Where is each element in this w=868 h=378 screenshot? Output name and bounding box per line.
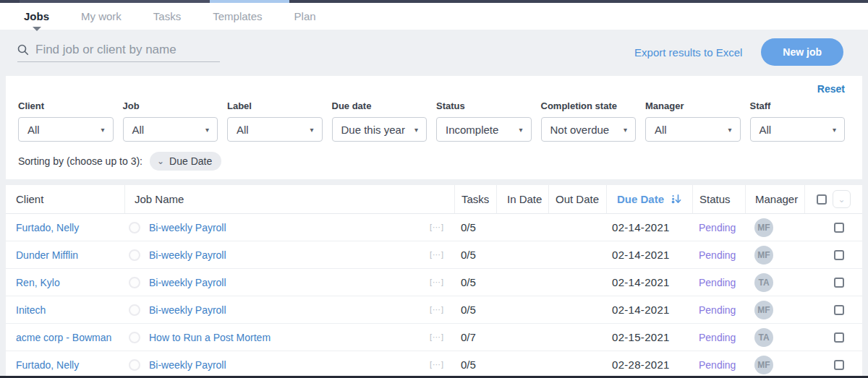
job-name-link[interactable]: Bi-weekly Payroll	[149, 359, 226, 371]
due-date: 02-15-2021	[606, 331, 692, 343]
tasks-count: 0/5	[454, 221, 496, 233]
filter-job-select[interactable]: All ▾	[123, 117, 218, 142]
filter-client: Client All ▾	[18, 100, 114, 142]
row-checkbox[interactable]	[834, 360, 844, 370]
tab-my-work[interactable]: My work	[81, 10, 122, 22]
filter-due-date-value: Due this year	[341, 124, 405, 136]
table-row: acme corp - Bowman How to Run a Post Mor…	[6, 324, 862, 351]
row-checkbox[interactable]	[834, 278, 844, 288]
client-link[interactable]: Furtado, Nelly	[16, 222, 79, 233]
column-header-status[interactable]: Status	[692, 185, 745, 213]
tab-plan[interactable]: Plan	[294, 10, 316, 22]
job-name-link[interactable]: How to Run a Post Mortem	[149, 332, 271, 343]
filter-client-label: Client	[18, 100, 114, 111]
tasks-count: 0/5	[454, 304, 496, 316]
top-strip-segment	[20, 0, 210, 3]
due-date: 02-14-2021	[606, 276, 692, 288]
filter-due-date-select[interactable]: Due this year ▾	[332, 117, 427, 142]
client-link[interactable]: Furtado, Nelly	[16, 359, 79, 371]
filter-completion-state-select[interactable]: Not overdue ▾	[541, 117, 637, 142]
manager-avatar[interactable]: TA	[754, 273, 773, 292]
row-checkbox[interactable]	[834, 332, 844, 343]
row-checkbox[interactable]	[834, 223, 844, 233]
new-job-button[interactable]: New job	[761, 38, 843, 66]
filter-job-value: All	[132, 124, 145, 136]
chevron-down-icon: ▾	[833, 126, 836, 134]
manager-avatar[interactable]: MF	[754, 218, 773, 237]
tasks-count: 0/5	[454, 249, 496, 261]
active-tab-notch	[33, 27, 41, 31]
job-status-circle[interactable]	[129, 332, 140, 343]
filter-client-select[interactable]: All ▾	[18, 117, 114, 142]
status-badge: Pending	[692, 359, 745, 371]
sorting-row: Sorting by (choose up to 3): ⌄ Due Date	[18, 152, 845, 171]
export-to-excel-link[interactable]: Export results to Excel	[634, 46, 742, 59]
client-link[interactable]: acme corp - Bowman	[16, 332, 111, 343]
job-status-circle[interactable]	[129, 222, 140, 233]
column-header-select: ⌄	[804, 185, 862, 213]
job-name-link[interactable]: Bi-weekly Payroll	[149, 304, 226, 316]
column-header-job-name[interactable]: Job Name	[124, 185, 454, 213]
column-header-tasks[interactable]: Tasks	[454, 185, 496, 213]
chevron-down-icon: ⌄	[838, 194, 845, 205]
comments-icon[interactable]: [⋯]	[430, 332, 444, 342]
client-link[interactable]: Dunder Mifflin	[16, 249, 78, 261]
client-link[interactable]: Ren, Kylo	[16, 277, 60, 288]
comments-icon[interactable]: [⋯]	[430, 223, 444, 232]
search-field-wrapper	[17, 43, 220, 62]
job-status-circle[interactable]	[129, 359, 140, 371]
manager-avatar[interactable]: TA	[754, 328, 773, 347]
filter-status-select[interactable]: Incomplete ▾	[436, 117, 532, 142]
filter-completion-state-value: Not overdue	[550, 124, 610, 136]
job-name-link[interactable]: Bi-weekly Payroll	[149, 222, 226, 233]
table-row: Initech Bi-weekly Payroll [⋯] 0/5 02-14-…	[6, 296, 862, 324]
filter-manager-select[interactable]: All ▾	[645, 117, 741, 142]
select-all-checkbox[interactable]	[817, 194, 827, 205]
sort-chip-due-date[interactable]: ⌄ Due Date	[150, 152, 221, 171]
due-date: 02-14-2021	[606, 221, 692, 233]
column-header-due-date[interactable]: Due Date	[606, 185, 692, 213]
row-checkbox[interactable]	[834, 305, 844, 315]
status-badge: Pending	[692, 332, 745, 343]
main-nav: Jobs My work Tasks Templates Plan	[0, 3, 868, 30]
column-header-in-date[interactable]: In Date	[496, 185, 548, 213]
job-status-circle[interactable]	[129, 304, 140, 316]
tasks-count: 0/5	[454, 358, 496, 371]
status-badge: Pending	[692, 304, 745, 316]
table-row: Ren, Kylo Bi-weekly Payroll [⋯] 0/5 02-1…	[6, 269, 862, 296]
manager-avatar[interactable]: MF	[754, 246, 773, 265]
job-name-link[interactable]: Bi-weekly Payroll	[149, 249, 226, 261]
column-header-client[interactable]: Client	[6, 185, 124, 213]
tab-tasks[interactable]: Tasks	[153, 10, 181, 22]
job-name-link[interactable]: Bi-weekly Payroll	[149, 277, 226, 288]
comments-icon[interactable]: [⋯]	[430, 360, 444, 369]
manager-avatar[interactable]: MF	[754, 356, 773, 374]
comments-icon[interactable]: [⋯]	[430, 305, 444, 314]
filter-status-label: Status	[436, 100, 532, 111]
filter-label-select[interactable]: All ▾	[227, 117, 323, 142]
bulk-actions-dropdown-button[interactable]: ⌄	[833, 190, 851, 208]
column-header-manager[interactable]: Manager	[745, 185, 804, 213]
comments-icon[interactable]: [⋯]	[430, 278, 444, 287]
reset-filters-link[interactable]: Reset	[817, 83, 845, 95]
tab-jobs[interactable]: Jobs	[24, 10, 49, 22]
table-header-row: Client Job Name Tasks In Date Out Date D…	[6, 185, 862, 214]
status-badge: Pending	[692, 249, 745, 261]
filter-staff-value: All	[760, 124, 772, 136]
manager-avatar[interactable]: MF	[754, 301, 773, 319]
search-input[interactable]	[35, 43, 220, 57]
client-link[interactable]: Initech	[16, 304, 46, 316]
column-header-out-date[interactable]: Out Date	[548, 185, 606, 213]
chevron-down-icon: ▾	[624, 126, 627, 134]
job-status-circle[interactable]	[129, 277, 140, 288]
row-checkbox[interactable]	[834, 250, 844, 260]
sorting-label: Sorting by (choose up to 3):	[18, 155, 142, 167]
filter-staff-select[interactable]: All ▾	[750, 117, 846, 142]
job-status-circle[interactable]	[129, 249, 140, 261]
tab-templates[interactable]: Templates	[213, 10, 262, 22]
top-strip-highlight-segment	[210, 0, 289, 3]
sort-chip-label: Due Date	[169, 155, 212, 167]
search-icon	[17, 44, 29, 56]
filter-label-label: Label	[227, 100, 323, 111]
comments-icon[interactable]: [⋯]	[430, 250, 444, 259]
